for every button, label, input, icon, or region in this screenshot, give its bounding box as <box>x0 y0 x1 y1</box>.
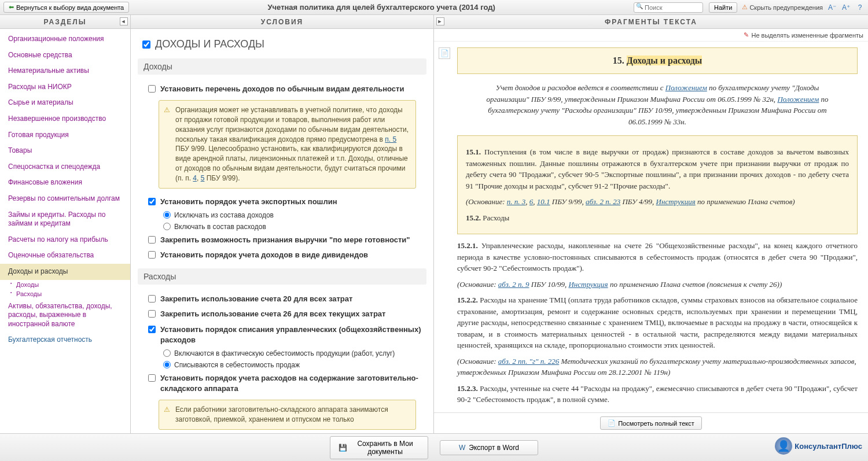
radio-r2a[interactable] <box>163 211 171 219</box>
section-item-reports[interactable]: Бухгалтерская отчетность <box>0 332 130 348</box>
hide-warnings-label: Скрыть предупреждения <box>749 4 823 11</box>
radio-r7a-label: Включаются в фактическую себестоимость п… <box>174 349 395 357</box>
section-item[interactable]: Активы, обязательства, доходы, расходы, … <box>0 298 130 333</box>
cond-c6-checkbox[interactable] <box>148 310 156 318</box>
cond-c3-label: Закрепить возможность признания выручки … <box>160 235 422 245</box>
note-c1: Организация может не устанавливать в уче… <box>159 100 416 188</box>
save-label: Сохранить в Мои документы <box>351 440 420 456</box>
save-button[interactable]: 💾 Сохранить в Мои документы <box>330 436 428 459</box>
section-item[interactable]: Товары <box>0 143 130 159</box>
section-item[interactable]: Займы и кредиты. Расходы по займам и кре… <box>0 207 130 232</box>
cond-c7-checkbox[interactable] <box>148 326 156 333</box>
fragments-panel: ► ФРАГМЕНТЫ ТЕКСТА ✎ Не выделять изменен… <box>434 15 868 433</box>
section-item[interactable]: Финансовые вложения <box>0 175 130 191</box>
cond-c2-checkbox[interactable] <box>148 198 156 205</box>
document-icon: 📄 <box>608 419 616 427</box>
no-highlight-label: Не выделять измененные фрагменты <box>751 32 863 39</box>
sub-section-item[interactable]: Расходы <box>16 289 130 298</box>
cond-c4-checkbox[interactable] <box>148 251 156 259</box>
back-label: Вернуться к выбору вида документа <box>16 4 124 11</box>
section-item[interactable]: Нематериальные активы <box>0 63 130 79</box>
logo-text: КонсультантПлюс <box>795 442 862 451</box>
section-item[interactable]: Спецоснастка и спецодежда <box>0 159 130 175</box>
section-item[interactable]: Организационные положения <box>0 31 130 47</box>
search-input[interactable] <box>634 2 703 13</box>
radio-r7a[interactable] <box>163 349 171 357</box>
conditions-title: ДОХОДЫ И РАСХОДЫ <box>142 38 422 50</box>
section-item[interactable]: Оценочные обязательства <box>0 248 130 264</box>
section-item[interactable]: Расходы на НИОКР <box>0 79 130 95</box>
cond-c3-checkbox[interactable] <box>148 236 156 244</box>
cite1-l2[interactable]: 6 <box>529 197 534 206</box>
fragment-title: 15. Доходы и расходы <box>457 47 858 74</box>
para-1521: 15.2.1. Управленческие расходы, накоплен… <box>457 240 858 274</box>
conditions-panel: УСЛОВИЯ ДОХОДЫ И РАСХОДЫ Доходы Установи… <box>131 15 434 433</box>
cond-c1-label: Установить перечень доходов по обычным в… <box>160 84 422 94</box>
highlight-icon: ✎ <box>744 31 749 39</box>
full-text-label: Посмотреть полный текст <box>618 420 694 427</box>
footer: 💾 Сохранить в Мои документы W Экспорт в … <box>0 433 868 461</box>
cite2-l1[interactable]: абз. 2 п. 9 <box>498 280 529 289</box>
cite1-l4[interactable]: абз. 2 п. 23 <box>586 197 620 206</box>
save-icon: 💾 <box>339 444 347 452</box>
radio-r2b[interactable] <box>163 223 171 230</box>
document-icon[interactable]: 📄 <box>439 47 450 59</box>
export-word-button[interactable]: W Экспорт в Word <box>440 440 538 455</box>
warning-icon: ⚠ <box>742 3 748 11</box>
para-1523: 15.2.3. Расходы, учтенные на счете 44 "Р… <box>457 383 858 405</box>
radio-r2a-label: Исключать из состава доходов <box>174 211 274 219</box>
help-icon[interactable]: ? <box>855 3 865 12</box>
section-item-active[interactable]: Доходы и расходы <box>0 264 130 280</box>
find-button[interactable]: Найти <box>709 2 737 13</box>
cond-c2-label: Установить порядок учета экспортных пошл… <box>160 197 422 207</box>
cond-c8-checkbox[interactable] <box>148 374 156 382</box>
cond-c8-label: Установить порядок учета расходов на сод… <box>160 373 422 394</box>
sub-section-item[interactable]: Доходы <box>16 280 130 289</box>
cite1-l3[interactable]: 10.1 <box>537 197 550 206</box>
no-highlight-button[interactable]: ✎ Не выделять измененные фрагменты <box>744 31 863 39</box>
back-button[interactable]: ⬅ Вернуться к выбору вида документа <box>3 2 129 13</box>
cite3-l1[interactable]: абз. 2 пп. "г" п. 226 <box>498 357 559 366</box>
cond-c4-label: Установить порядок учета доходов в виде … <box>160 250 422 260</box>
collapse-left-icon[interactable]: ◄ <box>120 17 128 25</box>
view-full-text-button[interactable]: 📄 Посмотреть полный текст <box>600 416 702 430</box>
section-checkbox[interactable] <box>142 40 150 49</box>
hide-warnings-button[interactable]: ⚠ Скрыть предупреждения <box>742 3 823 11</box>
cond-c1-checkbox[interactable] <box>148 85 156 93</box>
sections-panel: РАЗДЕЛЫ ◄ Организационные положенияОснов… <box>0 15 131 433</box>
expand-right-icon[interactable]: ► <box>436 17 444 25</box>
section-item[interactable]: Резервы по сомнительным долгам <box>0 191 130 207</box>
cite1-l1[interactable]: п. п. 3 <box>507 197 526 206</box>
word-icon: W <box>459 444 465 452</box>
cite2-l2[interactable]: Инструкция <box>568 280 608 289</box>
cite1-l5[interactable]: Инструкция <box>656 197 696 206</box>
cite-1521: (Основание: абз. 2 п. 9 ПБУ 10/99, Инстр… <box>457 279 858 290</box>
highlighted-block: 15.1. Поступления (в том числе в виде вы… <box>457 135 858 234</box>
conditions-header: УСЛОВИЯ <box>131 15 433 29</box>
radio-r2b-label: Включать в состав расходов <box>174 223 266 231</box>
section-item[interactable]: Сырье и материалы <box>0 95 130 111</box>
cond-c7-label: Установить порядок списания управленческ… <box>160 324 422 345</box>
cond-c5-checkbox[interactable] <box>148 295 156 303</box>
group-expense: Расходы <box>138 268 426 285</box>
para-1522: 15.2.2. Расходы на хранение ТМЦ (оплата … <box>457 294 858 351</box>
link-4[interactable]: 4 <box>193 174 197 182</box>
cond-c5-label: Закрепить использование счета 20 для все… <box>160 294 422 304</box>
section-item[interactable]: Основные средства <box>0 47 130 64</box>
search-icon <box>634 2 703 13</box>
cite-1522: (Основание: абз. 2 пп. "г" п. 226 Методи… <box>457 356 858 378</box>
link-p5[interactable]: п. 5 <box>385 135 396 143</box>
font-decrease-icon[interactable]: A⁻ <box>827 3 837 12</box>
topbar: ⬅ Вернуться к выбору вида документа Учет… <box>0 0 868 15</box>
section-item[interactable]: Готовая продукция <box>0 127 130 143</box>
radio-r7b[interactable] <box>163 361 171 368</box>
section-item[interactable]: Незавершенное производство <box>0 111 130 127</box>
group-income: Доходы <box>138 58 426 75</box>
section-item[interactable]: Расчеты по налогу на прибыль <box>0 232 130 248</box>
font-increase-icon[interactable]: A⁺ <box>841 3 851 12</box>
export-label: Экспорт в Word <box>469 444 519 452</box>
link-regulation-2[interactable]: Положением <box>777 95 819 104</box>
logo-icon: 👤 <box>775 437 792 455</box>
link-regulation-1[interactable]: Положением <box>665 83 707 92</box>
sections-header: РАЗДЕЛЫ ◄ <box>0 15 130 29</box>
